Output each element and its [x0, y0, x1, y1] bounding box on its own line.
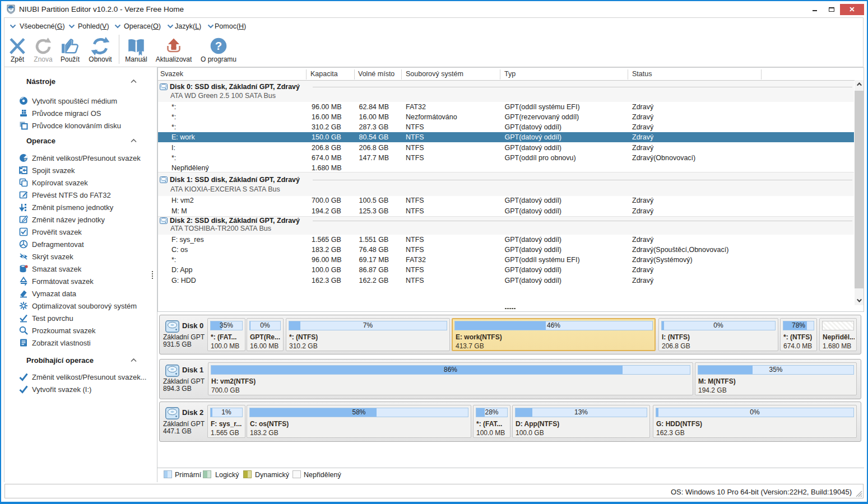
svg-text:?: ? [215, 40, 222, 52]
